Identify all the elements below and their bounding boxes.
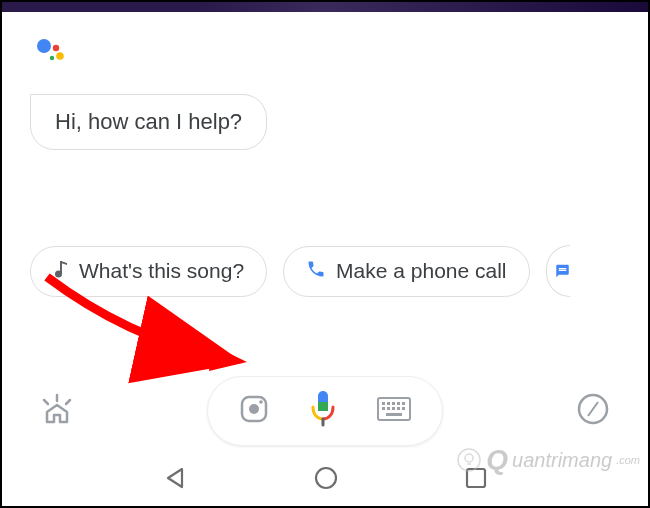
watermark-text: uantrimang — [512, 449, 612, 472]
suggestion-label: What's this song? — [79, 259, 244, 283]
suggestion-label: Make a phone call — [336, 259, 506, 283]
assistant-panel: Hi, how can I help? What's this song? — [10, 12, 640, 506]
explore-icon[interactable] — [576, 392, 610, 430]
svg-rect-19 — [397, 402, 400, 405]
svg-point-1 — [53, 45, 59, 51]
svg-rect-23 — [392, 407, 395, 410]
watermark-q: Q — [486, 444, 508, 476]
greeting-text: Hi, how can I help? — [55, 109, 242, 134]
svg-rect-20 — [402, 402, 405, 405]
svg-point-0 — [37, 39, 51, 53]
svg-marker-31 — [589, 403, 597, 415]
svg-rect-17 — [387, 402, 390, 405]
svg-line-7 — [66, 400, 70, 404]
assistant-logo-icon — [36, 38, 620, 72]
suggestion-chips-row: What's this song? Make a phone call — [30, 245, 640, 297]
watermark-bulb-icon — [456, 447, 482, 473]
svg-rect-16 — [382, 402, 385, 405]
updates-icon[interactable] — [40, 392, 74, 430]
svg-point-37 — [465, 454, 473, 462]
background-peek — [2, 2, 648, 12]
assistant-greeting: Hi, how can I help? — [30, 94, 267, 150]
svg-rect-21 — [382, 407, 385, 410]
svg-rect-18 — [392, 402, 395, 405]
microphone-icon[interactable] — [308, 389, 338, 433]
svg-point-36 — [458, 449, 480, 471]
svg-point-10 — [259, 400, 263, 404]
music-note-icon — [53, 259, 69, 284]
watermark-suffix: .com — [616, 454, 640, 466]
input-pill — [207, 376, 443, 446]
bottom-action-row — [10, 376, 640, 446]
svg-point-3 — [50, 56, 54, 60]
nav-back-icon[interactable] — [162, 465, 188, 495]
svg-point-2 — [56, 52, 64, 60]
phone-icon — [306, 259, 326, 284]
svg-point-9 — [249, 404, 259, 414]
svg-rect-13 — [318, 406, 328, 411]
svg-rect-25 — [402, 407, 405, 410]
suggestion-chip-partial[interactable] — [546, 245, 570, 297]
svg-rect-26 — [386, 413, 402, 416]
lens-icon[interactable] — [238, 393, 270, 429]
svg-rect-24 — [397, 407, 400, 410]
suggestion-chip-song[interactable]: What's this song? — [30, 246, 267, 297]
suggestion-chip-call[interactable]: Make a phone call — [283, 246, 529, 297]
svg-line-5 — [44, 400, 48, 404]
svg-rect-22 — [387, 407, 390, 410]
keyboard-icon[interactable] — [376, 396, 412, 426]
screenshot-frame: Hi, how can I help? What's this song? — [0, 0, 650, 508]
svg-point-4 — [55, 270, 62, 277]
svg-point-32 — [316, 468, 336, 488]
nav-home-icon[interactable] — [313, 465, 339, 495]
watermark: Q uantrimang .com — [456, 444, 640, 476]
chat-icon — [555, 262, 570, 280]
